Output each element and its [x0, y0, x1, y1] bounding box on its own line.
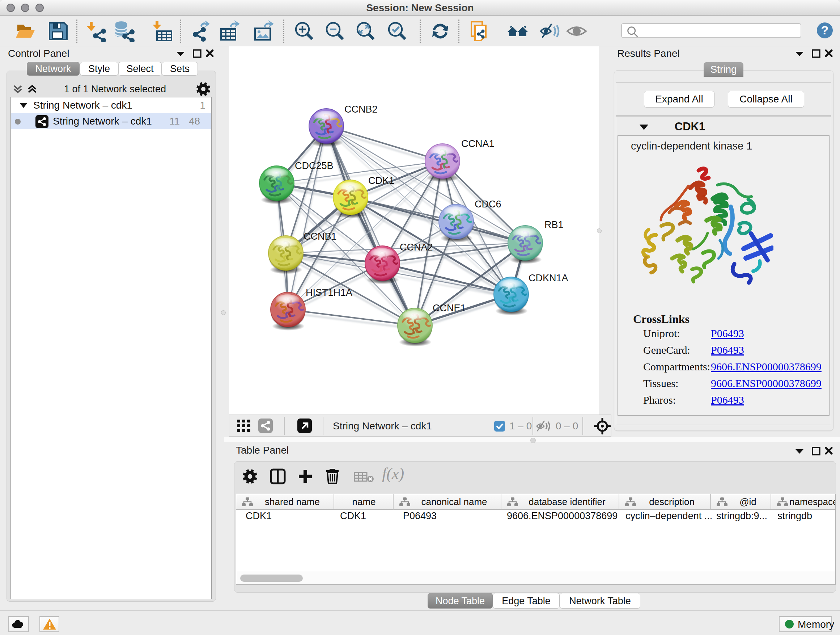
svg-text:CDC6: CDC6 — [475, 199, 501, 210]
svg-text:CCNA1: CCNA1 — [461, 138, 494, 149]
svg-text:CCNB2: CCNB2 — [344, 104, 378, 115]
svg-text:CDC25B: CDC25B — [295, 160, 333, 171]
svg-text:RB1: RB1 — [545, 219, 564, 230]
svg-text:CCNE1: CCNE1 — [433, 302, 466, 314]
svg-text:?: ? — [821, 23, 829, 37]
svg-text:CDKN1A: CDKN1A — [529, 272, 568, 283]
svg-text:CCNB1: CCNB1 — [303, 231, 337, 242]
svg-text:CCNA2: CCNA2 — [400, 242, 433, 253]
svg-text:HIST1H1A: HIST1H1A — [306, 287, 352, 298]
svg-text:CDK1: CDK1 — [368, 175, 394, 186]
